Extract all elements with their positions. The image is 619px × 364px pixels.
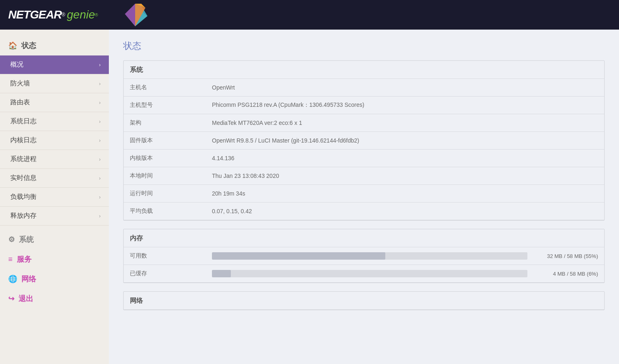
sidebar-item-overview-label: 概况 xyxy=(10,60,23,69)
sidebar-item-processes[interactable]: 系统进程 › xyxy=(0,150,109,169)
sidebar-item-loadbalance[interactable]: 负载均衡 › xyxy=(0,188,109,207)
label-hostname: 主机名 xyxy=(130,84,212,91)
value-hostname: OpenWrt xyxy=(212,84,598,91)
sidebar-item-overview[interactable]: 概况 › xyxy=(0,55,109,74)
sidebar-item-firewall[interactable]: 防火墙 › xyxy=(0,74,109,93)
globe-icon: 🌐 xyxy=(8,274,17,283)
logo-registered: ® xyxy=(62,12,65,18)
logout-icon: ↪ xyxy=(8,294,14,303)
label-model: 主机型号 xyxy=(130,101,212,109)
label-cached: 已缓存 xyxy=(130,270,212,277)
sidebar-group-logout-label: 退出 xyxy=(18,294,33,304)
label-loadavg: 平均负载 xyxy=(130,207,212,215)
sidebar-item-processes-label: 系统进程 xyxy=(10,155,37,164)
value-arch: MediaTek MT7620A ver:2 eco:6 x 1 xyxy=(212,120,598,126)
label-available: 可用数 xyxy=(130,252,212,260)
sidebar-group-status-label: 状态 xyxy=(21,41,36,51)
value-firmware: OpenWrt R9.8.5 / LuCI Master (git-19.146… xyxy=(212,137,598,144)
memory-section-title: 内存 xyxy=(124,229,604,247)
network-section: 网络 xyxy=(123,291,605,310)
table-row: 本地时间 Thu Jan 23 13:08:43 2020 xyxy=(124,167,604,185)
table-row: 主机型号 Phicomm PSG1218 rev.A (CpuMark：1306… xyxy=(124,97,604,114)
chevron-right-icon: › xyxy=(99,194,101,200)
value-model: Phicomm PSG1218 rev.A (CpuMark：1306.4957… xyxy=(212,101,598,109)
sidebar-item-routes[interactable]: 路由表 › xyxy=(0,93,109,112)
sidebar-item-loadbalance-label: 负载均衡 xyxy=(10,193,37,201)
chevron-right-icon: › xyxy=(99,213,101,219)
system-section: 系统 主机名 OpenWrt 主机型号 Phicomm PSG1218 rev.… xyxy=(123,60,605,221)
sidebar-item-syslog[interactable]: 系统日志 › xyxy=(0,112,109,131)
chevron-right-icon: › xyxy=(99,157,101,162)
label-arch: 架构 xyxy=(130,119,212,127)
sidebar-item-syslog-label: 系统日志 xyxy=(10,117,37,126)
sidebar-group-system[interactable]: ⚙ 系统 xyxy=(0,230,109,249)
progress-bar-fill-cached xyxy=(212,270,231,277)
label-localtime: 本地时间 xyxy=(130,172,212,180)
value-cached: 4 MB / 58 MB (6%) xyxy=(212,270,598,277)
table-row: 运行时间 20h 19m 34s xyxy=(124,185,604,203)
sidebar-item-routes-label: 路由表 xyxy=(10,98,30,107)
chevron-right-icon: › xyxy=(99,81,101,87)
label-kernel: 内核版本 xyxy=(130,154,212,162)
main-layout: 🏠 状态 概况 › 防火墙 › 路由表 › 系统日志 › 内核日志 › 系统进程… xyxy=(0,30,619,364)
progress-bar-fill xyxy=(212,252,385,260)
sidebar-group-network-label: 网络 xyxy=(21,274,36,284)
table-row: 已缓存 4 MB / 58 MB (6%) xyxy=(124,265,604,283)
chevron-right-icon: › xyxy=(99,138,101,143)
label-firmware: 固件版本 xyxy=(130,137,212,144)
sidebar-group-status[interactable]: 🏠 状态 xyxy=(0,36,109,55)
value-available: 32 MB / 58 MB (55%) xyxy=(212,252,598,260)
sidebar-group-service-label: 服务 xyxy=(17,254,32,264)
network-section-title: 网络 xyxy=(124,292,604,310)
logo: NETGEAR® genie® xyxy=(8,8,98,21)
table-row: 可用数 32 MB / 58 MB (55%) xyxy=(124,247,604,265)
memory-available-progress: 32 MB / 58 MB (55%) xyxy=(212,252,598,260)
label-uptime: 运行时间 xyxy=(130,190,212,197)
home-icon: 🏠 xyxy=(8,41,17,50)
logo-genie: genie xyxy=(67,8,95,21)
diamond-logo-icon xyxy=(115,2,156,28)
chevron-right-icon: › xyxy=(99,119,101,124)
chevron-right-icon: › xyxy=(99,175,101,181)
memory-cached-progress: 4 MB / 58 MB (6%) xyxy=(212,270,598,277)
progress-bar-wrapper xyxy=(212,252,527,260)
memory-section: 内存 可用数 32 MB / 58 MB (55%) 已缓存 xyxy=(123,229,605,283)
sidebar-item-realtime[interactable]: 实时信息 › xyxy=(0,169,109,188)
sidebar-item-freemem[interactable]: 释放内存 › xyxy=(0,207,109,226)
sidebar-group-system-label: 系统 xyxy=(19,235,34,244)
table-row: 架构 MediaTek MT7620A ver:2 eco:6 x 1 xyxy=(124,114,604,132)
logo-tm: ® xyxy=(95,13,98,17)
logo-netgear: NETGEAR xyxy=(8,8,62,21)
sidebar-item-kernlog[interactable]: 内核日志 › xyxy=(0,131,109,150)
sidebar-item-realtime-label: 实时信息 xyxy=(10,174,37,182)
table-row: 平均负载 0.07, 0.15, 0.42 xyxy=(124,203,604,220)
page-title: 状态 xyxy=(123,40,605,52)
progress-bar-wrapper-cached xyxy=(212,270,527,277)
chevron-right-icon: › xyxy=(99,100,101,106)
value-kernel: 4.14.136 xyxy=(212,155,598,161)
progress-label-available: 32 MB / 58 MB (55%) xyxy=(532,253,598,259)
sidebar: 🏠 状态 概况 › 防火墙 › 路由表 › 系统日志 › 内核日志 › 系统进程… xyxy=(0,30,109,364)
sidebar-group-logout[interactable]: ↪ 退出 xyxy=(0,289,109,309)
header-diamond xyxy=(115,2,156,28)
sidebar-group-network[interactable]: 🌐 网络 xyxy=(0,269,109,289)
content-area: 状态 系统 主机名 OpenWrt 主机型号 Phicomm PSG1218 r… xyxy=(109,30,619,364)
menu-icon: ≡ xyxy=(8,255,13,264)
value-localtime: Thu Jan 23 13:08:43 2020 xyxy=(212,173,598,179)
table-row: 内核版本 4.14.136 xyxy=(124,150,604,167)
svg-marker-2 xyxy=(125,4,135,26)
sidebar-item-freemem-label: 释放内存 xyxy=(10,212,37,220)
value-uptime: 20h 19m 34s xyxy=(212,190,598,197)
chevron-right-icon: › xyxy=(99,62,101,68)
progress-label-cached: 4 MB / 58 MB (6%) xyxy=(532,271,598,277)
value-loadavg: 0.07, 0.15, 0.42 xyxy=(212,208,598,214)
sidebar-item-firewall-label: 防火墙 xyxy=(10,79,30,88)
sidebar-item-kernlog-label: 内核日志 xyxy=(10,136,37,145)
gear-icon: ⚙ xyxy=(8,235,15,244)
sidebar-group-service[interactable]: ≡ 服务 xyxy=(0,249,109,269)
table-row: 固件版本 OpenWrt R9.8.5 / LuCI Master (git-1… xyxy=(124,132,604,150)
header: NETGEAR® genie® xyxy=(0,0,619,30)
table-row: 主机名 OpenWrt xyxy=(124,79,604,97)
system-section-title: 系统 xyxy=(124,61,604,79)
